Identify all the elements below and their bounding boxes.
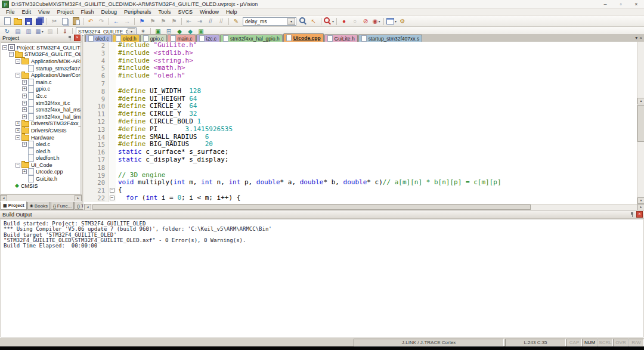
tab-uicode-cpp[interactable]: UIcode.cpp — [283, 33, 324, 42]
disable-breakpoints-icon[interactable]: ◉▾ — [371, 17, 381, 26]
tab-gpio-c[interactable]: gpio.c — [140, 35, 167, 42]
tree-item-oled-c[interactable]: +oled.c — [1, 141, 80, 148]
tree-item-ui-code[interactable]: −UI_Code — [1, 162, 80, 169]
tab-stm32f4xx-hal-gpio-h[interactable]: stm32f4xx_hal_gpio.h — [220, 35, 283, 42]
tree-item-hardware[interactable]: −Hardware — [1, 134, 80, 141]
tree-item-oled-h[interactable]: oled.h — [1, 148, 80, 155]
save-all-icon[interactable] — [35, 17, 44, 26]
collapse-icon[interactable]: − — [16, 73, 20, 78]
menu-flash[interactable]: Flash — [77, 9, 97, 16]
tree-item-cmsis[interactable]: ◆CMSIS — [1, 182, 80, 190]
scrollbar-thumb[interactable] — [637, 105, 644, 142]
tab-startup-stm32f407xx-s[interactable]: startup_stm32f407xx.s — [358, 35, 423, 42]
collapse-icon[interactable]: − — [2, 45, 7, 50]
scroll-right-icon[interactable]: ▸ — [75, 195, 82, 202]
pin-icon[interactable] — [630, 212, 634, 217]
expand-icon[interactable]: + — [22, 101, 27, 106]
prev-bookmark-icon[interactable]: ⚑ — [148, 17, 157, 26]
restore-button[interactable]: ▫ — [613, 0, 628, 8]
tree-item-application-mdk-arm[interactable]: −Application/MDK-ARM — [1, 58, 80, 65]
expand-icon[interactable]: + — [16, 128, 20, 133]
chevron-down-icon[interactable]: ▾ — [287, 18, 295, 25]
build-output-log[interactable]: Build started: Project: STM32F4_GUILITE_… — [1, 219, 643, 337]
redo-icon[interactable]: ↷ — [97, 17, 106, 26]
open-file-icon[interactable] — [13, 17, 23, 26]
tree-item-oledfont-h[interactable]: oledfont.h — [1, 155, 80, 162]
navigate-forward-icon[interactable]: → — [122, 17, 132, 26]
toggle-bookmark-icon[interactable]: ⚑ — [137, 17, 147, 26]
tree-item-i2c-c[interactable]: +i2c.c — [1, 92, 80, 100]
configure-icon[interactable]: ⚙ — [398, 17, 407, 26]
panel-tab-func[interactable]: {}Func... — [51, 202, 74, 210]
editor-vscrollbar[interactable]: ▴ ▾ — [637, 42, 644, 204]
new-file-icon[interactable] — [2, 17, 12, 26]
expand-icon[interactable]: + — [22, 169, 27, 174]
menu-file[interactable]: File — [2, 9, 18, 16]
tab-i2c-c[interactable]: i2c.c — [196, 35, 219, 42]
scrollbar-thumb[interactable] — [92, 205, 531, 210]
scroll-left-icon[interactable]: ◂ — [0, 195, 7, 202]
fold-collapse-icon[interactable]: − — [110, 188, 114, 193]
menu-svcs[interactable]: SVCS — [175, 9, 197, 16]
tree-item-stm32f4-guilite-oled[interactable]: −STM32F4_GUILITE_OLED — [1, 51, 80, 58]
project-tree-hscrollbar[interactable]: ◂ ▸ — [0, 194, 82, 201]
code-editor[interactable]: 2#include "GuiLite.h"3#include <stdlib.h… — [84, 42, 637, 204]
tree-item-stm32f4xx-hal-msp-c[interactable]: +stm32f4xx_hal_msp.c — [1, 106, 80, 113]
tree-item-drivers-cmsis[interactable]: +Drivers/CMSIS — [1, 127, 80, 134]
project-panel-close-icon[interactable]: × — [74, 35, 80, 41]
menu-peripherals[interactable]: Peripherals — [120, 9, 155, 16]
tree-item-project-stm32f4-guilite-oled[interactable]: −Project: STM32F4_GUILITE_OLED — [1, 44, 80, 51]
collapse-icon[interactable]: − — [16, 163, 20, 168]
editor-hscrollbar[interactable]: ◂ ▸ — [84, 204, 644, 210]
expand-icon[interactable]: + — [16, 121, 20, 126]
expand-icon[interactable]: + — [22, 114, 27, 119]
uncomment-icon[interactable]: // — [216, 17, 226, 26]
menu-edit[interactable]: Edit — [18, 9, 35, 16]
menu-debug[interactable]: Debug — [97, 9, 120, 16]
build-output-close-icon[interactable]: × — [636, 211, 643, 218]
expand-icon[interactable]: + — [22, 86, 27, 91]
expand-icon[interactable]: + — [22, 142, 27, 147]
paste-icon[interactable] — [71, 17, 80, 26]
collapse-icon[interactable]: − — [16, 135, 20, 140]
close-button[interactable]: × — [628, 0, 644, 8]
tree-item-drivers-stm32f4xx-hal-dri[interactable]: +Drivers/STM32F4xx_HAL_Dri — [1, 120, 80, 128]
tab-oled-c[interactable]: oled.c — [85, 35, 112, 42]
minimize-button[interactable]: – — [597, 0, 613, 8]
close-file-icon[interactable]: × — [639, 35, 642, 41]
expand-icon[interactable]: + — [22, 107, 27, 112]
enable-breakpoint-icon[interactable]: ○ — [350, 17, 360, 26]
menu-view[interactable]: View — [35, 9, 53, 16]
kill-breakpoints-icon[interactable]: ⊘ — [361, 17, 370, 26]
tab-guilite-h[interactable]: GuiLite.h — [324, 35, 358, 42]
toggle-breakpoint-icon[interactable]: ● — [339, 17, 349, 26]
tree-item-gpio-c[interactable]: +gpio.c — [1, 86, 80, 93]
unindent-icon[interactable]: ⇤ — [184, 17, 194, 26]
next-bookmark-icon[interactable]: ⚑ — [159, 17, 168, 26]
expand-icon[interactable]: + — [22, 80, 27, 85]
cut-icon[interactable]: ✂ — [49, 17, 59, 26]
panel-tab-project[interactable]: ▦Project — [1, 202, 27, 210]
tree-item-main-c[interactable]: +main.c — [1, 79, 80, 86]
copy-icon[interactable] — [60, 17, 70, 26]
zoom-tool-icon[interactable]: ▾ — [324, 17, 334, 26]
tab-oled-h[interactable]: oled.h — [113, 35, 140, 42]
find-history-icon[interactable]: ✎ — [231, 17, 241, 26]
indent-icon[interactable]: ⇥ — [195, 17, 205, 26]
navigate-back-icon[interactable]: ← — [112, 17, 121, 26]
fold-collapse-icon[interactable]: − — [110, 196, 114, 200]
collapse-icon[interactable]: − — [9, 52, 14, 57]
scroll-down-icon[interactable]: ▾ — [637, 197, 644, 204]
scroll-up-icon[interactable]: ▴ — [637, 98, 644, 104]
last-position-icon[interactable]: ↖ — [309, 17, 318, 26]
menu-help[interactable]: Help — [222, 9, 241, 16]
tree-item-startup-stm32f407xx-s[interactable]: startup_stm32f407xx.s — [1, 65, 80, 72]
tree-item-guilite-h[interactable]: GuiLite.h — [1, 175, 80, 182]
comment-icon[interactable]: // — [206, 17, 215, 26]
tree-item-uicode-cpp[interactable]: +UIcode.cpp — [1, 169, 80, 176]
pin-icon[interactable] — [68, 35, 72, 41]
tree-item-stm32f4xx-it-c[interactable]: +stm32f4xx_it.c — [1, 100, 80, 107]
save-icon[interactable] — [24, 17, 33, 26]
undo-icon[interactable]: ↶ — [86, 17, 95, 26]
menu-project[interactable]: Project — [53, 9, 77, 16]
